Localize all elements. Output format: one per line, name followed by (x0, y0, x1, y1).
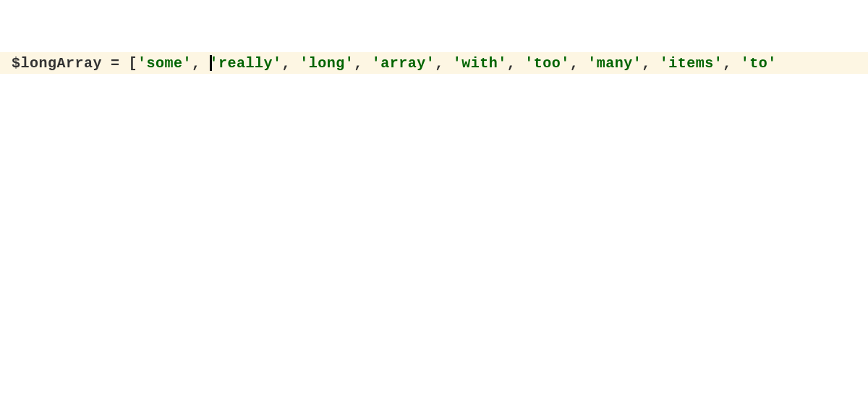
token-comma: , (507, 55, 516, 72)
text-cursor (210, 55, 212, 71)
token-comma: , (435, 55, 444, 72)
token-variable: $longArray (12, 55, 102, 72)
token-string: 'too' (524, 55, 570, 72)
token-comma: , (570, 55, 579, 72)
token-string: 'array' (372, 55, 435, 72)
token-comma: , (723, 55, 732, 72)
token-string: 'long' (299, 55, 354, 72)
array-items: 'some','really','long','array','with','t… (137, 55, 777, 72)
token-comma: , (642, 55, 651, 72)
token-string: 'with' (453, 55, 507, 72)
token-operator: = (111, 55, 120, 72)
token-string: 'to' (741, 55, 777, 72)
code-editor[interactable]: $longArray = [ 'some','really','long','a… (0, 0, 868, 404)
token-string: 'many' (587, 55, 642, 72)
token-string: 'really' (210, 55, 282, 72)
token-bracket-open: [ (129, 55, 138, 72)
code-line[interactable]: $longArray = [ 'some','really','long','a… (0, 52, 868, 74)
token-comma: , (282, 55, 292, 72)
token-string: 'some' (137, 55, 192, 72)
token-string: 'items' (660, 55, 723, 72)
token-comma: , (192, 55, 201, 72)
token-comma: , (354, 55, 363, 72)
